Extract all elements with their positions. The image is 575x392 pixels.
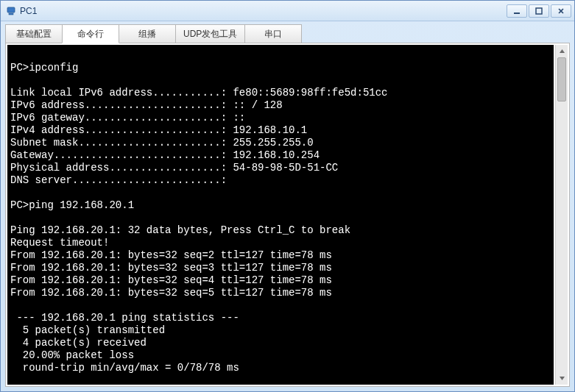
- window-title: PC1: [20, 6, 507, 16]
- close-button[interactable]: [551, 4, 571, 18]
- vertical-scrollbar[interactable]: [555, 45, 568, 385]
- svg-rect-2: [536, 8, 542, 14]
- terminal-output[interactable]: PC>ipconfig Link local IPv6 address.....…: [7, 45, 554, 385]
- tab-multicast[interactable]: 组播: [119, 24, 176, 43]
- tab-udp-tool[interactable]: UDP发包工具: [175, 24, 245, 43]
- app-window: PC1 基础配置 命令行 组播 UDP发包工具 串口 PC>ipconfig L…: [0, 0, 575, 392]
- tab-basic-config[interactable]: 基础配置: [5, 24, 63, 43]
- scroll-down-button[interactable]: [556, 372, 568, 385]
- scroll-thumb[interactable]: [557, 57, 566, 101]
- tab-serial[interactable]: 串口: [244, 24, 302, 43]
- app-icon: [5, 5, 17, 17]
- terminal-panel: PC>ipconfig Link local IPv6 address.....…: [5, 43, 570, 387]
- tab-command-line[interactable]: 命令行: [62, 24, 119, 43]
- maximize-button[interactable]: [529, 4, 549, 18]
- minimize-button[interactable]: [507, 4, 527, 18]
- titlebar: PC1: [1, 1, 574, 21]
- svg-rect-0: [9, 13, 13, 15]
- window-buttons: [507, 4, 571, 18]
- scroll-track[interactable]: [556, 57, 568, 372]
- tab-bar: 基础配置 命令行 组播 UDP发包工具 串口: [5, 24, 570, 43]
- window-body: 基础配置 命令行 组播 UDP发包工具 串口 PC>ipconfig Link …: [1, 21, 574, 391]
- svg-rect-1: [514, 13, 520, 14]
- scroll-up-button[interactable]: [556, 45, 568, 57]
